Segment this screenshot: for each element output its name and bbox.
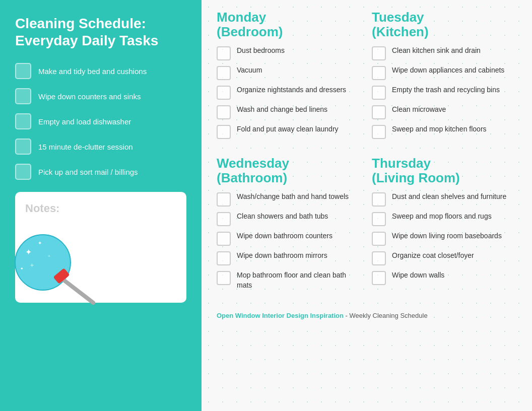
day-task-item: Sweep and mop floors and rugs: [372, 212, 517, 226]
day-section-thursday: Thursday(Living Room)Dust and clean shel…: [372, 156, 517, 295]
day-tasks-wednesday: Wash/change bath and hand towelsClean sh…: [217, 192, 362, 290]
task-label: Pick up and sort mail / billings: [38, 168, 138, 176]
day-task-item: Sweep and mop kitchen floors: [372, 124, 517, 139]
day-task-checkbox[interactable]: [217, 66, 231, 80]
day-task-item: Clean microwave: [372, 105, 517, 119]
task-checkbox[interactable]: [15, 113, 31, 129]
day-task-checkbox[interactable]: [217, 271, 231, 285]
day-task-checkbox[interactable]: [217, 105, 231, 119]
day-task-label: Dust and clean shelves and furniture: [392, 192, 506, 202]
sidebar: Cleaning Schedule:Everyday Daily Tasks M…: [0, 0, 202, 411]
day-task-label: Vacuum: [237, 65, 262, 76]
day-task-label: Clean showers and bath tubs: [237, 212, 328, 222]
footer: Open Window Interior Design Inspiration …: [217, 312, 517, 319]
task-label: 15 minute de-clutter session: [38, 143, 133, 151]
day-tasks-tuesday: Clean kitchen sink and drainWipe down ap…: [372, 46, 517, 139]
task-checkbox[interactable]: [15, 139, 31, 155]
daily-task-item: Make and tidy bed and cushions: [15, 63, 186, 79]
day-task-item: Clean showers and bath tubs: [217, 212, 362, 226]
day-task-item: Empty the trash and recycling bins: [372, 85, 517, 100]
day-task-checkbox[interactable]: [372, 192, 386, 207]
day-task-item: Wipe down living room baseboards: [372, 231, 517, 246]
day-section-wednesday: Wednesday(Bathroom)Wash/change bath and …: [217, 156, 362, 295]
main-content: Monday(Bedroom)Dust bedroomsVacuumOrgani…: [202, 0, 532, 411]
day-task-label: Organize nightstands and dressers: [237, 85, 346, 95]
day-task-item: Wipe down bathroom mirrors: [217, 251, 362, 265]
day-task-label: Mop bathroom floor and clean bath mats: [237, 270, 362, 290]
day-task-item: Organize coat closet/foyer: [372, 251, 517, 265]
day-task-label: Wash and change bed linens: [237, 105, 327, 115]
day-task-item: Vacuum: [217, 65, 362, 80]
day-task-checkbox[interactable]: [372, 125, 386, 139]
day-task-label: Wipe down appliances and cabinets: [392, 65, 504, 76]
day-task-checkbox[interactable]: [217, 46, 231, 60]
day-task-checkbox[interactable]: [217, 192, 231, 207]
svg-text:✦: ✦: [38, 240, 42, 246]
day-task-label: Clean kitchen sink and drain: [392, 46, 481, 56]
day-task-checkbox[interactable]: [217, 212, 231, 226]
task-checkbox[interactable]: [15, 63, 31, 79]
day-tasks-thursday: Dust and clean shelves and furnitureSwee…: [372, 192, 517, 285]
task-label: Wipe down counters and sinks: [38, 92, 141, 101]
day-title-monday: Monday(Bedroom): [217, 10, 362, 39]
daily-task-item: 15 minute de-clutter session: [15, 139, 186, 155]
day-task-label: Clean microwave: [392, 105, 446, 115]
day-task-item: Organize nightstands and dressers: [217, 85, 362, 100]
day-task-checkbox[interactable]: [372, 212, 386, 226]
day-task-item: Dust bedrooms: [217, 46, 362, 60]
day-task-label: Empty the trash and recycling bins: [392, 85, 500, 95]
notes-card: Notes: ✦ ✦ + + ✦: [15, 192, 186, 303]
day-task-checkbox[interactable]: [372, 86, 386, 100]
day-task-checkbox[interactable]: [217, 125, 231, 139]
days-grid: Monday(Bedroom)Dust bedroomsVacuumOrgani…: [217, 10, 517, 308]
day-title-thursday: Thursday(Living Room): [372, 156, 517, 185]
day-task-label: Wipe down living room baseboards: [392, 231, 502, 241]
svg-text:✦: ✦: [20, 266, 24, 271]
day-task-label: Dust bedrooms: [237, 46, 285, 56]
notes-label: Notes:: [25, 202, 59, 215]
svg-line-7: [60, 278, 93, 303]
day-task-label: Wipe down bathroom mirrors: [237, 251, 327, 261]
task-label: Empty and load dishwasher: [38, 117, 131, 126]
day-task-item: Dust and clean shelves and furniture: [372, 192, 517, 207]
day-task-item: Mop bathroom floor and clean bath mats: [217, 270, 362, 290]
daily-task-item: Empty and load dishwasher: [15, 113, 186, 129]
day-task-checkbox[interactable]: [372, 251, 386, 265]
day-task-checkbox[interactable]: [372, 271, 386, 285]
footer-suffix: - Weekly Cleaning Schedule: [344, 312, 428, 319]
day-task-item: Wipe down appliances and cabinets: [372, 65, 517, 80]
day-task-item: Fold and put away clean laundry: [217, 124, 362, 139]
task-checkbox[interactable]: [15, 88, 31, 104]
broom-illustration: ✦ ✦ + + ✦: [10, 217, 101, 308]
day-title-tuesday: Tuesday(Kitchen): [372, 10, 517, 39]
day-task-item: Wipe down walls: [372, 270, 517, 285]
daily-tasks-list: Make and tidy bed and cushionsWipe down …: [15, 63, 186, 180]
day-task-checkbox[interactable]: [217, 251, 231, 265]
day-task-label: Organize coat closet/foyer: [392, 251, 474, 261]
svg-text:+: +: [30, 262, 34, 269]
day-task-checkbox[interactable]: [372, 46, 386, 60]
footer-link[interactable]: Open Window Interior Design Inspiration: [217, 312, 344, 319]
day-task-item: Clean kitchen sink and drain: [372, 46, 517, 60]
day-task-label: Fold and put away clean laundry: [237, 124, 339, 134]
daily-task-item: Pick up and sort mail / billings: [15, 164, 186, 180]
svg-text:✦: ✦: [25, 248, 32, 256]
day-task-checkbox[interactable]: [372, 66, 386, 80]
day-task-item: Wash and change bed linens: [217, 105, 362, 119]
day-task-checkbox[interactable]: [217, 232, 231, 246]
day-task-label: Sweep and mop floors and rugs: [392, 212, 492, 222]
day-task-label: Wash/change bath and hand towels: [237, 192, 349, 202]
day-task-label: Wipe down bathroom counters: [237, 231, 332, 241]
sidebar-title: Cleaning Schedule:Everyday Daily Tasks: [15, 15, 186, 49]
day-title-wednesday: Wednesday(Bathroom): [217, 156, 362, 185]
day-task-checkbox[interactable]: [217, 86, 231, 100]
task-label: Make and tidy bed and cushions: [38, 67, 147, 76]
day-task-checkbox[interactable]: [372, 105, 386, 119]
daily-task-item: Wipe down counters and sinks: [15, 88, 186, 104]
day-task-label: Sweep and mop kitchen floors: [392, 124, 487, 134]
task-checkbox[interactable]: [15, 164, 31, 180]
svg-text:+: +: [48, 254, 50, 258]
day-task-checkbox[interactable]: [372, 232, 386, 246]
day-section-tuesday: Tuesday(Kitchen)Clean kitchen sink and d…: [372, 10, 517, 144]
day-section-monday: Monday(Bedroom)Dust bedroomsVacuumOrgani…: [217, 10, 362, 144]
